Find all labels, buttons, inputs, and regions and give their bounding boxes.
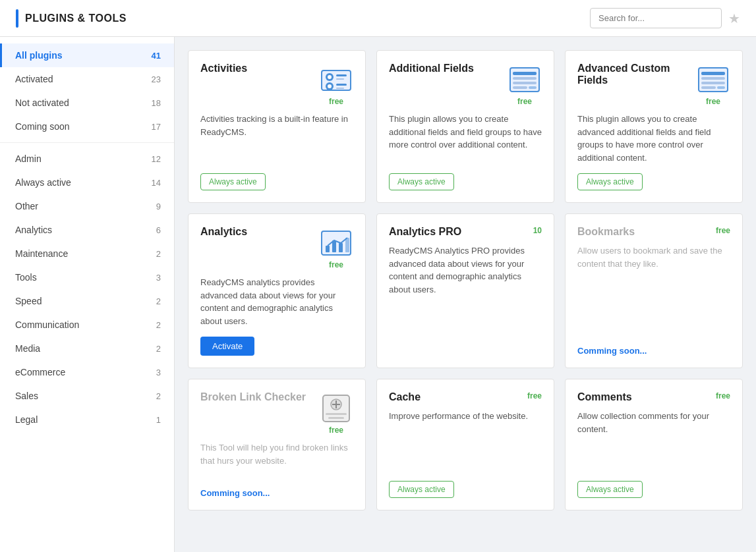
card-header: Bookmarks free — [577, 226, 730, 238]
sidebar-item-admin[interactable]: Admin 12 — [0, 147, 174, 171]
svg-rect-12 — [513, 82, 537, 84]
svg-rect-8 — [336, 88, 344, 89]
plugin-title: Cache — [389, 391, 527, 403]
star-icon[interactable]: ★ — [728, 11, 740, 26]
sidebar-count: 2 — [156, 296, 161, 306]
sidebar-count: 6 — [156, 225, 161, 235]
svg-rect-24 — [339, 243, 343, 252]
always-active-badge: Always active — [577, 173, 643, 190]
plugin-badge: 10 — [533, 226, 542, 235]
svg-rect-7 — [336, 84, 347, 86]
sidebar: All plugins 41 Activated 23 Not activate… — [0, 37, 175, 552]
additional-fields-icon — [508, 63, 542, 97]
icon-area: free — [319, 226, 353, 269]
sidebar-item-always-active[interactable]: Always active 14 — [0, 171, 174, 194]
sidebar-count: 23 — [152, 74, 161, 84]
search-input[interactable] — [590, 8, 722, 28]
plugin-title: Comments — [577, 391, 716, 403]
plugin-badge: free — [716, 226, 730, 235]
svg-rect-20 — [717, 86, 725, 89]
sidebar-label: Legal — [15, 414, 38, 425]
sidebar-label: eCommerce — [15, 367, 65, 377]
icon-area: 10 — [533, 226, 542, 235]
sidebar-label: Always active — [15, 177, 71, 188]
svg-rect-14 — [529, 86, 537, 89]
sidebar-item-sales[interactable]: Sales 2 — [0, 384, 174, 408]
icon-area: free — [319, 63, 353, 106]
sidebar-item-coming-soon[interactable]: Coming soon 17 — [0, 115, 174, 138]
sidebar-count: 2 — [156, 320, 161, 330]
card-header: Analytics free — [200, 226, 353, 269]
advanced-custom-fields-icon — [696, 63, 730, 97]
icon-area: free — [716, 226, 730, 235]
always-active-badge: Always active — [577, 481, 643, 498]
sidebar-count: 12 — [152, 154, 161, 164]
plugin-card-broken-link-checker: Broken Link Checker free This Too — [188, 379, 366, 511]
icon-area: free — [319, 391, 353, 435]
header-right: ★ — [590, 8, 740, 28]
sidebar-item-other[interactable]: Other 9 — [0, 194, 174, 218]
activities-icon — [319, 63, 353, 97]
plugin-desc: Allow collection comments for your conte… — [577, 410, 730, 472]
svg-rect-10 — [513, 72, 537, 75]
sidebar-count: 9 — [156, 202, 161, 211]
analytics-icon — [319, 226, 353, 260]
plugin-card-analytics: Analytics free ReadyCMS analytics — [188, 213, 366, 368]
page-wrapper: PLUGINS & TOOLS ★ All plugins 41 Activat… — [0, 0, 756, 552]
sidebar-item-analytics[interactable]: Analytics 6 — [0, 218, 174, 242]
svg-rect-16 — [701, 72, 725, 75]
plugin-title: Bookmarks — [577, 226, 716, 238]
card-header: Additional Fields free — [389, 63, 542, 106]
card-header: Cache free — [389, 391, 542, 403]
always-active-badge: Always active — [389, 481, 454, 498]
sidebar-item-legal[interactable]: Legal 1 — [0, 408, 174, 431]
sidebar-item-not-activated[interactable]: Not activated 18 — [0, 91, 174, 115]
icon-area: free — [716, 391, 730, 400]
sidebar-item-media[interactable]: Media 2 — [0, 337, 174, 360]
plugin-card-activities: Activities free — [188, 50, 366, 203]
plugin-desc: ReadyCMS analytics provides advanced dat… — [200, 276, 353, 327]
sidebar-label: Media — [15, 343, 40, 354]
sidebar-label: All plugins — [15, 50, 63, 61]
plugin-title: Activities — [200, 63, 319, 74]
sidebar-count: 14 — [152, 178, 161, 188]
sidebar-label: Analytics — [15, 225, 52, 235]
activate-button[interactable]: Activate — [200, 337, 254, 356]
sidebar-count: 41 — [152, 51, 161, 61]
sidebar-label: Communication — [15, 319, 79, 330]
card-header: Comments free — [577, 391, 730, 403]
icon-area: free — [696, 63, 730, 106]
sidebar-count: 18 — [152, 98, 161, 108]
plugin-title: Additional Fields — [389, 63, 508, 74]
plugin-badge: free — [329, 426, 343, 435]
icon-area: free — [527, 391, 542, 400]
card-header: Broken Link Checker free — [200, 391, 353, 435]
svg-rect-25 — [345, 238, 349, 252]
sidebar-item-maintenance[interactable]: Maintenance 2 — [0, 242, 174, 265]
sidebar-count: 1 — [156, 415, 161, 425]
plugin-card-analytics-pro: Analytics PRO 10 ReadyCMS Analytics PRO … — [376, 213, 554, 368]
plugin-card-comments: Comments free Allow collection comments … — [565, 379, 743, 511]
sidebar-item-speed[interactable]: Speed 2 — [0, 289, 174, 313]
svg-rect-11 — [513, 77, 537, 80]
sidebar-label: Other — [15, 201, 38, 211]
plugin-desc: ReadyCMS Analytics PRO provides advanced… — [389, 244, 542, 346]
header: PLUGINS & TOOLS ★ — [0, 0, 756, 37]
plugin-title: Analytics — [200, 226, 319, 238]
card-header: Analytics PRO 10 — [389, 226, 542, 238]
sidebar-item-ecommerce[interactable]: eCommerce 3 — [0, 360, 174, 384]
sidebar-item-communication[interactable]: Communication 2 — [0, 313, 174, 337]
plugin-desc: This plugin allows you to create additio… — [389, 113, 542, 164]
page-title: PLUGINS & TOOLS — [25, 13, 127, 24]
always-active-badge: Always active — [200, 173, 266, 190]
sidebar-item-all-plugins[interactable]: All plugins 41 — [0, 43, 174, 67]
plugin-card-cache: Cache free Improve performance of the we… — [376, 379, 554, 511]
svg-rect-31 — [328, 417, 344, 419]
sidebar-label: Speed — [15, 296, 42, 306]
plugin-card-additional-fields: Additional Fields free This plugi — [376, 50, 554, 203]
sidebar-item-activated[interactable]: Activated 23 — [0, 67, 174, 91]
svg-rect-19 — [701, 86, 716, 89]
plugin-desc: Improve performance of the website. — [389, 410, 542, 472]
sidebar-item-tools[interactable]: Tools 3 — [0, 265, 174, 289]
plugin-title: Advanced Custom Fields — [577, 63, 696, 86]
